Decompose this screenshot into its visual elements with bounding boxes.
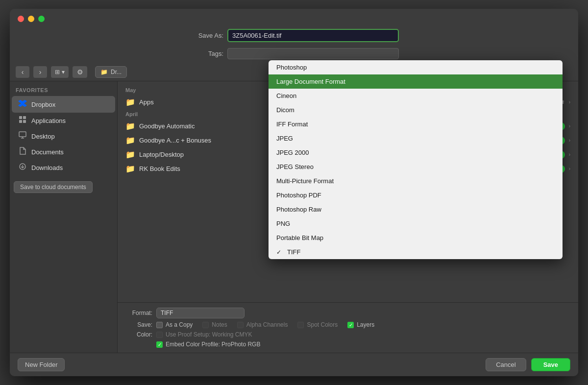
sidebar-item-downloads[interactable]: Downloads (12, 160, 115, 175)
sidebar-item-desktop-label: Desktop (31, 133, 55, 140)
dropdown-item-photoshop[interactable]: Photoshop (269, 60, 563, 74)
dropdown-item-iff-format-label: IFF Format (276, 120, 308, 128)
view-chevron-icon: ▾ (62, 69, 65, 75)
as-a-copy-option[interactable]: As a Copy (156, 321, 193, 328)
as-a-copy-label: As a Copy (166, 321, 193, 328)
dropdown-item-photoshop-raw[interactable]: Photoshop Raw (269, 202, 563, 217)
use-proof-setup-option: Use Proof Setup: Working CMYK (156, 331, 260, 338)
view-button[interactable]: ⊞ ▾ (51, 66, 69, 78)
window-controls (18, 16, 570, 22)
save-dialog: Save As: Tags: ‹ › ⊞ ▾ ⚙ 📁 Dr... Favorit… (10, 9, 578, 376)
dropdown-item-photoshop-pdf-label: Photoshop PDF (276, 192, 321, 199)
tags-row: Tags: (18, 48, 570, 59)
alpha-channels-checkbox[interactable] (237, 322, 244, 328)
dropdown-item-cineon[interactable]: Cineon (269, 89, 563, 103)
dropdown-item-png-label: PNG (276, 220, 290, 227)
svg-rect-7 (23, 120, 26, 123)
dropdown-item-jpeg-2000-label: JPEG 2000 (276, 149, 309, 156)
save-as-input[interactable] (227, 29, 399, 42)
sidebar-section-label: Favorites (10, 87, 117, 96)
grid-icon (18, 116, 27, 125)
embed-color-profile-checkbox[interactable]: ✓ (156, 341, 163, 348)
svg-rect-6 (19, 120, 22, 123)
format-label: Format: (125, 310, 152, 316)
format-select-wrapper: TIFF (156, 308, 245, 318)
maximize-button[interactable] (38, 16, 45, 22)
location-button[interactable]: 📁 Dr... (95, 66, 127, 78)
monitor-icon (18, 131, 27, 141)
notes-label: Notes (212, 321, 227, 328)
folder-icon: 📁 (100, 69, 108, 75)
dropdown-item-iff-format[interactable]: IFF Format (269, 117, 563, 131)
dropdown-item-large-document-format-label: Large Document Format (276, 78, 345, 85)
use-proof-setup-checkbox[interactable] (156, 332, 163, 338)
layers-option[interactable]: ✓ Layers (347, 321, 374, 328)
action-button[interactable]: ⚙ (73, 66, 87, 78)
dropdown-item-png[interactable]: PNG (269, 217, 563, 231)
dropdown-item-dicom-label: Dicom (276, 106, 294, 114)
dropdown-item-jpeg-stereo-label: JPEG Stereo (276, 163, 314, 170)
tags-label: Tags: (189, 50, 223, 57)
notes-checkbox[interactable] (202, 322, 209, 328)
save-button[interactable]: Save (531, 358, 570, 371)
forward-button[interactable]: › (33, 66, 47, 78)
dropdown-item-dicom[interactable]: Dicom (269, 103, 563, 117)
as-a-copy-checkbox[interactable] (156, 322, 163, 328)
folder-icon: 📁 (125, 121, 135, 131)
cancel-button[interactable]: Cancel (486, 358, 526, 371)
footer-right: Cancel Save (486, 358, 570, 371)
folder-icon: 📁 (125, 97, 135, 107)
layers-checkbox[interactable]: ✓ (347, 322, 354, 328)
minimize-button[interactable] (28, 16, 34, 22)
embed-color-profile-option[interactable]: ✓ Embed Color Profile: ProPhoto RGB (156, 341, 260, 348)
dropdown-item-jpeg-label: JPEG (276, 135, 293, 142)
chevron-right-icon: › (569, 166, 570, 171)
save-as-label: Save As: (189, 32, 223, 39)
tags-input[interactable] (227, 48, 399, 59)
dropdown-item-multi-picture-format[interactable]: Multi-Picture Format (269, 174, 563, 188)
back-button[interactable]: ‹ (16, 66, 29, 78)
chevron-right-icon: › (569, 138, 570, 143)
bottom-options: Format: TIFF Save: As a Copy (118, 302, 578, 353)
save-options-label: Save: (125, 321, 152, 328)
sidebar-item-dropbox-label: Dropbox (31, 101, 55, 108)
format-select[interactable]: TIFF (156, 308, 245, 318)
sidebar-item-documents-label: Documents (31, 148, 64, 156)
sidebar: Favorites Dropbox (10, 81, 118, 353)
alpha-channels-label: Alpha Channels (246, 321, 288, 328)
new-folder-button[interactable]: New Folder (18, 358, 65, 371)
sidebar-item-dropbox[interactable]: Dropbox (12, 96, 115, 113)
gear-icon: ⚙ (77, 68, 83, 76)
chevron-right-icon: › (569, 123, 570, 129)
document-icon (18, 147, 27, 157)
notes-option: Notes (202, 321, 227, 328)
dropdown-item-portable-bit-map[interactable]: Portable Bit Map (269, 231, 563, 245)
save-to-cloud-button[interactable]: Save to cloud documents (14, 181, 93, 193)
spot-colors-checkbox[interactable] (297, 322, 304, 328)
embed-color-profile-label: Embed Color Profile: ProPhoto RGB (166, 341, 260, 348)
dropdown-item-photoshop-raw-label: Photoshop Raw (276, 206, 321, 213)
use-proof-setup-label: Use Proof Setup: Working CMYK (166, 331, 252, 338)
close-button[interactable] (18, 16, 24, 22)
folder-icon: 📁 (125, 136, 135, 145)
svg-rect-8 (19, 132, 26, 137)
color-label: Color: (125, 331, 152, 338)
dropdown-item-portable-bit-map-label: Portable Bit Map (276, 234, 323, 241)
sidebar-item-desktop[interactable]: Desktop (12, 128, 115, 144)
dropdown-item-jpeg-stereo[interactable]: JPEG Stereo (269, 160, 563, 174)
svg-rect-5 (23, 116, 26, 119)
chevron-right-icon: › (569, 152, 570, 157)
layers-label: Layers (357, 321, 374, 328)
dropbox-icon (18, 99, 27, 110)
footer: New Folder Cancel Save (10, 353, 578, 376)
sidebar-item-documents[interactable]: Documents (12, 144, 115, 160)
checkmark-icon: ✓ (158, 342, 162, 347)
dropdown-item-tiff[interactable]: TIFF (269, 245, 563, 259)
dropdown-item-photoshop-label: Photoshop (276, 64, 307, 71)
dropdown-item-large-document-format[interactable]: Large Document Format (269, 74, 563, 89)
dropdown-item-jpeg-2000[interactable]: JPEG 2000 (269, 145, 563, 160)
dropdown-item-photoshop-pdf[interactable]: Photoshop PDF (269, 188, 563, 202)
sidebar-item-applications[interactable]: Applications (12, 113, 115, 128)
dropdown-item-jpeg[interactable]: JPEG (269, 131, 563, 145)
checkmark-icon: ✓ (349, 322, 353, 328)
